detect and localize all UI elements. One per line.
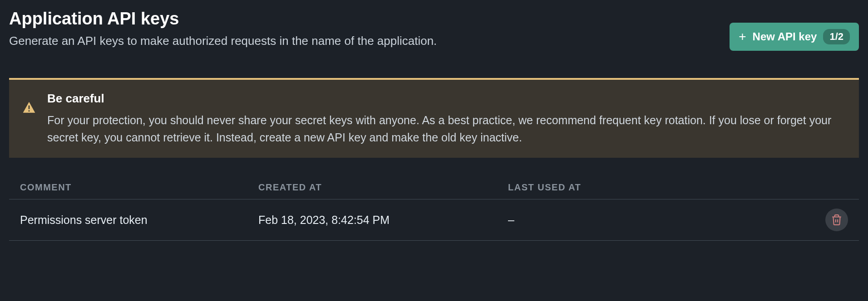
warning-content: Be careful For your protection, you shou… bbox=[47, 92, 846, 146]
api-keys-table: COMMENT CREATED AT LAST USED AT Permissi… bbox=[9, 176, 859, 241]
cell-last-used-at: – bbox=[508, 214, 821, 227]
delete-key-button[interactable] bbox=[825, 209, 848, 231]
page-title: Application API keys bbox=[9, 9, 730, 29]
warning-icon bbox=[22, 101, 36, 117]
new-api-key-button[interactable]: + New API key 1/2 bbox=[730, 23, 859, 51]
new-api-key-label: New API key bbox=[753, 30, 817, 43]
cell-comment: Permissions server token bbox=[20, 214, 258, 227]
column-header-actions bbox=[821, 182, 848, 193]
warning-text: For your protection, you should never sh… bbox=[47, 112, 846, 146]
column-header-last-used-at: LAST USED AT bbox=[508, 182, 821, 193]
column-header-created-at: CREATED AT bbox=[258, 182, 508, 193]
key-count-badge: 1/2 bbox=[823, 29, 850, 44]
table-row: Permissions server token Feb 18, 2023, 8… bbox=[9, 199, 859, 241]
column-header-comment: COMMENT bbox=[20, 182, 258, 193]
cell-created-at: Feb 18, 2023, 8:42:54 PM bbox=[258, 214, 508, 227]
page-subtitle: Generate an API keys to make authorized … bbox=[9, 34, 730, 48]
svg-rect-1 bbox=[29, 110, 30, 112]
trash-icon bbox=[831, 214, 843, 226]
warning-title: Be careful bbox=[47, 92, 846, 106]
warning-banner: Be careful For your protection, you shou… bbox=[9, 78, 859, 158]
plus-icon: + bbox=[739, 30, 746, 43]
table-header-row: COMMENT CREATED AT LAST USED AT bbox=[9, 176, 859, 199]
page-header: Application API keys Generate an API key… bbox=[9, 9, 859, 51]
header-text-block: Application API keys Generate an API key… bbox=[9, 9, 730, 48]
cell-actions bbox=[821, 209, 848, 231]
svg-rect-0 bbox=[29, 106, 30, 109]
